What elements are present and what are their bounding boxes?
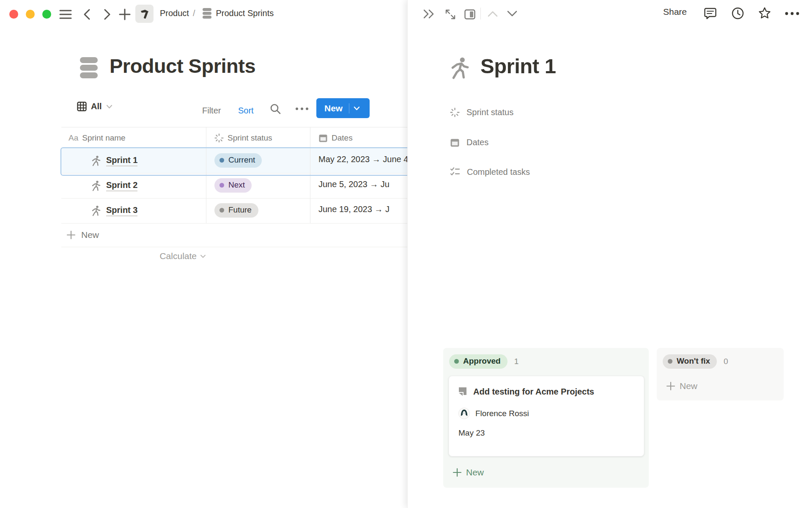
column-status-badge[interactable]: Approved [449,354,508,369]
new-row-label: New [81,230,99,240]
card-title: Add testing for Acme Projects [473,387,594,397]
new-card-label: New [680,381,697,391]
status-dot [219,208,224,213]
board-column-wontfix: Won't fix 0 New [657,348,784,400]
peek-page-title[interactable]: Sprint 1 [480,54,556,78]
filter-button[interactable]: Filter [202,106,221,116]
next-record-icon[interactable] [507,10,518,17]
column-header-label: Dates [332,133,353,143]
assignee-avatar [458,408,470,419]
column-divider[interactable] [310,127,310,223]
calendar-icon [450,138,460,147]
status-dot [454,359,459,364]
property-label: Completed tasks [467,167,530,177]
runner-icon [91,180,101,191]
checklist-icon [450,167,460,177]
board-new-card-button-approved[interactable]: New [453,467,484,478]
favorite-star-icon[interactable] [758,6,771,20]
share-button[interactable]: Share [663,7,687,17]
page-title-icon[interactable] [449,56,470,80]
new-page-icon[interactable] [118,8,131,21]
peek-panel: Share Sprint 1 Sprint status Current Dat… [407,0,812,508]
product-page-icon[interactable] [135,5,154,23]
calculate-button[interactable]: Calculate [61,251,206,261]
forward-icon[interactable] [102,8,112,20]
property-sprint-status[interactable]: Sprint status [450,103,513,121]
breadcrumb-separator: / [193,8,195,18]
table-header-row: Aa Sprint name Sprint status Dates [61,127,407,149]
more-options-icon[interactable] [785,11,800,16]
side-peek-icon[interactable] [464,8,476,20]
toolbar-divider [480,8,481,19]
record-title-link[interactable]: Sprint 3 [106,205,137,216]
record-title-link[interactable]: Sprint 1 [106,155,137,166]
search-icon[interactable] [269,103,281,115]
column-header-dates[interactable]: Dates [318,127,353,149]
column-status-badge[interactable]: Won't fix [663,354,717,369]
open-full-page-icon[interactable] [444,8,456,20]
zoom-window-button[interactable] [42,10,51,19]
dates-cell[interactable]: June 19, 2023 → J [318,204,407,214]
chevron-down-icon [106,105,112,109]
property-label: Sprint status [466,108,513,117]
breadcrumb-root[interactable]: Product [160,8,189,18]
dates-cell[interactable]: June 5, 2023 → Ju [318,179,407,189]
breadcrumb-current[interactable]: Product Sprints [216,8,274,18]
board-column-approved: Approved 1 Add testing for Acme Projects… [443,348,649,488]
column-header-name[interactable]: Aa Sprint name [69,127,126,149]
status-dot [668,359,672,364]
property-dates[interactable]: Dates [450,133,488,152]
runner-icon [91,155,101,166]
breadcrumb: Product / Product Sprints [160,8,274,19]
card-date: May 23 [458,428,635,438]
column-header-status[interactable]: Sprint status [214,127,272,149]
property-label: Dates [466,138,488,147]
table-row-sprint-1[interactable]: Sprint 1 Current May 22, 2023 → June 4, … [61,148,407,174]
column-divider[interactable] [206,127,206,223]
status-property-icon [450,108,460,117]
database-page-panel: Product / Product Sprints Product Sprint… [0,0,407,508]
button-divider [349,103,349,113]
text-property-icon: Aa [69,133,78,143]
status-badge[interactable]: Future [214,203,258,218]
more-options-icon[interactable] [295,107,309,111]
close-peek-icon[interactable] [422,8,436,20]
status-property-icon [214,133,224,143]
table-row-sprint-3[interactable]: Sprint 3 Future June 19, 2023 → J [61,198,407,224]
property-completed-tasks[interactable]: Completed tasks [450,163,530,181]
back-icon[interactable] [82,8,93,20]
runner-icon [91,205,101,216]
table-row-sprint-2[interactable]: Sprint 2 Next June 5, 2023 → Ju [61,173,407,199]
new-dropdown-chevron-icon[interactable] [354,106,360,110]
previous-record-icon[interactable] [487,10,498,17]
column-count: 1 [514,357,519,366]
page-title[interactable]: Product Sprints [110,54,255,77]
new-record-label: New [316,103,343,113]
database-title-icon[interactable] [78,56,100,79]
column-header-label: Sprint status [228,133,272,143]
record-title-link[interactable]: Sprint 2 [106,180,137,191]
board-card[interactable]: Add testing for Acme Projects Florence R… [449,376,644,456]
dates-cell[interactable]: May 22, 2023 → June 4, 2023 [318,155,407,164]
sidebar-menu-icon[interactable] [59,9,72,20]
view-tab-label: All [91,102,102,111]
minimize-window-button[interactable] [26,10,35,19]
table-new-row-button[interactable]: New [61,223,407,247]
close-window-button[interactable] [9,10,18,19]
new-record-button[interactable]: New [316,98,370,118]
status-badge[interactable]: Next [214,178,252,193]
page-icon [458,387,468,397]
plus-icon [666,381,675,391]
status-dot [219,183,224,188]
database-icon [202,8,212,19]
sort-button[interactable]: Sort [238,106,254,116]
comments-icon[interactable] [704,7,717,20]
status-badge[interactable]: Current [214,153,262,168]
calculate-label: Calculate [159,251,197,261]
plus-icon [66,230,76,240]
status-dot [219,158,224,163]
updates-clock-icon[interactable] [731,7,744,20]
view-tab-all[interactable]: All [77,102,112,111]
board-new-card-button-wontfix[interactable]: New [666,381,697,391]
table-view-icon [77,102,87,111]
